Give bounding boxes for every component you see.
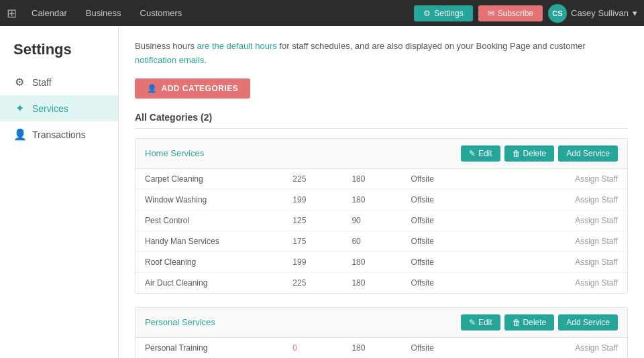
service-price: 125 [292, 216, 352, 225]
table-row: Air Duct Cleaning 225 180 Offsite Assign… [136, 273, 627, 293]
service-location: Offsite [411, 237, 470, 246]
sidebar-item-services[interactable]: ✦ Services [0, 95, 118, 121]
section-title: All Categories (2) [135, 112, 628, 129]
service-name: Personal Training [145, 343, 292, 353]
add-service-home-button[interactable]: Add Service [558, 145, 618, 162]
service-name: Pest Control [145, 216, 292, 225]
table-row: Handy Man Services 175 60 Offsite Assign… [136, 231, 627, 252]
table-row: Pest Control 125 90 Offsite Assign Staff [136, 211, 627, 231]
nav-customers[interactable]: Customers [132, 4, 191, 22]
transactions-icon: 👤 [13, 128, 25, 141]
service-location: Offsite [411, 257, 470, 267]
sidebar-label-services: Services [32, 103, 68, 114]
main-content: Business hours are the default hours for… [119, 26, 644, 358]
chevron-down-icon: ▾ [633, 8, 637, 18]
assign-staff-link[interactable]: Assign Staff [529, 343, 618, 353]
edit-personal-button[interactable]: ✎ Edit [461, 314, 500, 331]
assign-staff-link[interactable]: Assign Staff [529, 195, 618, 204]
top-nav: ⊞ Calendar Business Customers ⚙ Settings… [0, 0, 644, 26]
sidebar-item-staff[interactable]: ⚙ Staff [0, 69, 118, 95]
service-name: Roof Cleaning [145, 257, 292, 267]
service-duration: 90 [352, 216, 411, 225]
category-card-home: Home Services ✎ Edit 🗑 Delete Add Servic… [135, 138, 628, 294]
person-icon: 👤 [147, 84, 158, 93]
assign-staff-link[interactable]: Assign Staff [529, 237, 618, 246]
personal-actions: ✎ Edit 🗑 Delete Add Service [461, 314, 618, 331]
category-card-personal: Personal Services ✎ Edit 🗑 Delete Add Se… [135, 307, 628, 358]
category-name-home: Home Services [145, 148, 204, 158]
edit-home-button[interactable]: ✎ Edit [461, 145, 500, 162]
assign-staff-link[interactable]: Assign Staff [529, 216, 618, 225]
nav-right: ⚙ Settings ✉ Subscribe CS Casey Sullivan… [414, 4, 637, 23]
nav-business[interactable]: Business [78, 4, 129, 22]
nav-links: Calendar Business Customers [23, 4, 414, 22]
sidebar-item-transactions[interactable]: 👤 Transactions [0, 121, 118, 147]
service-duration: 60 [352, 237, 411, 246]
service-price: 199 [292, 257, 352, 267]
service-price: 175 [292, 237, 352, 246]
service-duration: 180 [352, 195, 411, 204]
settings-button[interactable]: ⚙ Settings [414, 5, 472, 21]
subscribe-button[interactable]: ✉ Subscribe [478, 5, 543, 21]
service-price: 0 [292, 343, 352, 353]
add-service-personal-button[interactable]: Add Service [558, 314, 618, 331]
table-row: Carpet Cleaning 225 180 Offsite Assign S… [136, 169, 627, 190]
description: Business hours are the default hours for… [135, 40, 628, 68]
trash-icon: 🗑 [513, 149, 521, 158]
home-actions: ✎ Edit 🗑 Delete Add Service [461, 145, 618, 162]
service-name: Handy Man Services [145, 237, 292, 246]
service-location: Offsite [411, 174, 470, 184]
add-categories-button[interactable]: 👤 ADD CATEGORIES [135, 78, 250, 99]
staff-icon: ⚙ [13, 76, 25, 88]
edit-icon: ✎ [469, 149, 476, 158]
category-name-personal: Personal Services [145, 317, 215, 327]
layout: Settings ⚙ Staff ✦ Services 👤 Transactio… [0, 26, 644, 358]
table-row: Roof Cleaning 199 180 Offsite Assign Sta… [136, 252, 627, 273]
edit-icon: ✎ [469, 318, 476, 327]
service-duration: 180 [352, 257, 411, 267]
delete-home-button[interactable]: 🗑 Delete [504, 145, 555, 162]
trash-icon: 🗑 [513, 318, 521, 327]
service-name: Air Duct Cleaning [145, 278, 292, 288]
service-price: 199 [292, 195, 352, 204]
category-header-home: Home Services ✎ Edit 🗑 Delete Add Servic… [136, 139, 627, 169]
sidebar-title: Settings [0, 33, 118, 69]
assign-staff-link[interactable]: Assign Staff [529, 257, 618, 267]
highlight-emails: notification emails [135, 55, 204, 65]
services-icon: ✦ [13, 102, 25, 115]
service-name: Window Washing [145, 195, 292, 204]
service-duration: 180 [352, 278, 411, 288]
service-name: Carpet Cleaning [145, 174, 292, 184]
assign-staff-link[interactable]: Assign Staff [529, 174, 618, 184]
nav-calendar[interactable]: Calendar [23, 4, 75, 22]
service-price: 225 [292, 174, 352, 184]
highlight-hours: are the default hours [197, 41, 277, 51]
gear-icon: ⚙ [423, 9, 431, 18]
grid-icon[interactable]: ⊞ [7, 6, 17, 21]
sidebar-label-transactions: Transactions [32, 129, 86, 140]
service-location: Offsite [411, 195, 470, 204]
table-row: Personal Training 0 180 Offsite Assign S… [136, 338, 627, 358]
service-duration: 180 [352, 343, 411, 353]
service-duration: 180 [352, 174, 411, 184]
user-menu[interactable]: CS Casey Sullivan ▾ [548, 4, 637, 23]
avatar: CS [548, 4, 567, 23]
service-location: Offsite [411, 343, 470, 353]
table-row: Window Washing 199 180 Offsite Assign St… [136, 190, 627, 211]
assign-staff-link[interactable]: Assign Staff [529, 278, 618, 288]
service-price: 225 [292, 278, 352, 288]
mail-icon: ✉ [488, 9, 494, 18]
delete-personal-button[interactable]: 🗑 Delete [504, 314, 555, 331]
sidebar: Settings ⚙ Staff ✦ Services 👤 Transactio… [0, 26, 119, 358]
service-location: Offsite [411, 278, 470, 288]
category-header-personal: Personal Services ✎ Edit 🗑 Delete Add Se… [136, 308, 627, 338]
sidebar-label-staff: Staff [32, 77, 52, 88]
service-location: Offsite [411, 216, 470, 225]
